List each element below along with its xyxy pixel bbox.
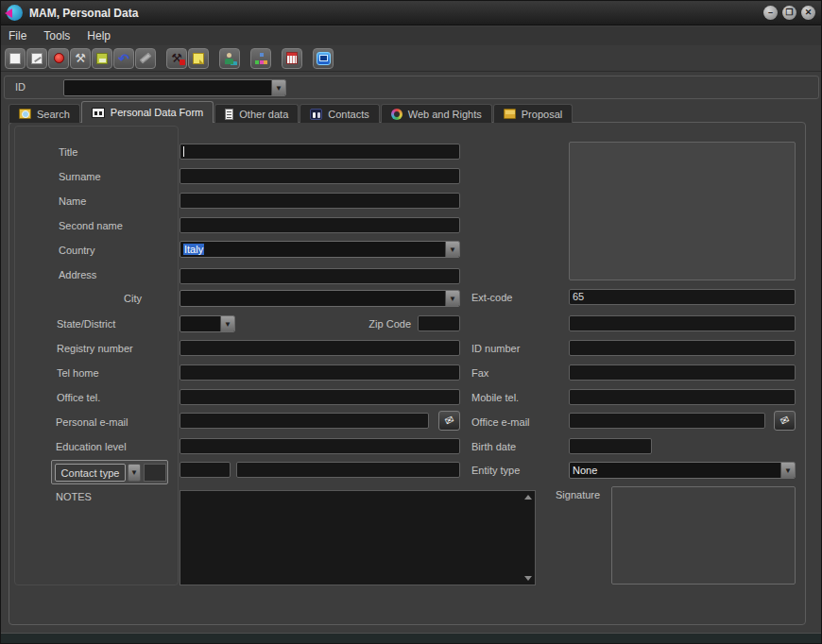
pin-icon xyxy=(54,53,64,63)
ext-code-field[interactable]: 65 xyxy=(569,289,796,305)
tab-contacts[interactable]: Contacts xyxy=(300,104,379,123)
education-level-field[interactable] xyxy=(180,438,460,454)
chevron-down-icon[interactable]: ▼ xyxy=(780,463,795,478)
menu-tools[interactable]: Tools xyxy=(43,29,79,42)
contact-type-long-field[interactable] xyxy=(236,462,460,478)
window-bottom-edge xyxy=(1,633,821,643)
entity-type-value: None xyxy=(570,463,780,478)
signature-box[interactable] xyxy=(611,486,796,585)
name-field[interactable] xyxy=(180,193,460,209)
surname-label: Surname xyxy=(59,171,101,182)
address-label: Address xyxy=(59,269,96,280)
close-button[interactable]: ✕ xyxy=(801,6,815,20)
text-caret xyxy=(183,146,184,157)
contact-type-code-box[interactable] xyxy=(144,464,166,482)
maximize-button[interactable]: ❐ xyxy=(782,6,796,20)
zip-label: Zip Code xyxy=(345,318,411,330)
registry-number-field[interactable] xyxy=(180,340,460,356)
chevron-down-icon[interactable]: ▼ xyxy=(271,80,285,95)
menu-help[interactable]: Help xyxy=(87,29,120,42)
second-name-field[interactable] xyxy=(180,217,460,233)
id-number-field[interactable] xyxy=(569,340,796,356)
tab-proposal[interactable]: Proposal xyxy=(493,104,573,123)
save-button[interactable] xyxy=(92,48,112,69)
page-edit-icon xyxy=(31,53,43,64)
notes-label: NOTES xyxy=(56,491,92,502)
chevron-down-icon[interactable]: ▼ xyxy=(220,316,234,331)
country-label: Country xyxy=(59,245,95,256)
tab-label: Contacts xyxy=(328,109,368,120)
tab-label: Personal Data Form xyxy=(111,107,203,118)
chevron-down-icon[interactable]: ▼ xyxy=(445,242,459,257)
fax-label: Fax xyxy=(471,367,488,379)
office-email-send-button[interactable]: ✉ xyxy=(774,411,796,431)
wrench-icon: ⚒ xyxy=(75,52,86,64)
title-label: Title xyxy=(59,146,77,158)
notes-button[interactable] xyxy=(188,48,209,69)
office-tel-label: Office tel. xyxy=(57,392,100,403)
office-email-field[interactable] xyxy=(569,413,765,429)
locate-button[interactable] xyxy=(48,48,69,69)
tel-home-field[interactable] xyxy=(180,364,460,381)
document-icon xyxy=(225,109,233,120)
personal-email-label: Personal e-mail xyxy=(56,416,128,428)
tab-bar: Search Personal Data Form Other data Con… xyxy=(9,101,574,123)
contacts-icon xyxy=(310,109,322,120)
entity-type-combobox[interactable]: None ▼ xyxy=(569,462,796,479)
contact-type-button[interactable]: Contact type xyxy=(55,464,126,482)
office-tel-field[interactable] xyxy=(180,389,460,405)
user-button[interactable] xyxy=(219,48,240,69)
unlabeled-right-field[interactable] xyxy=(569,315,796,331)
tab-search[interactable]: Search xyxy=(9,104,80,123)
new-record-button[interactable] xyxy=(5,48,26,69)
state-combobox[interactable]: ▼ xyxy=(180,315,235,332)
tab-other-data[interactable]: Other data xyxy=(214,104,299,123)
tab-web-and-rights[interactable]: Web and Rights xyxy=(381,104,492,123)
page-icon xyxy=(9,53,21,64)
calculator-button[interactable] xyxy=(282,48,302,69)
structure-button[interactable] xyxy=(250,48,271,69)
delete-button[interactable]: ⚒ xyxy=(166,48,187,69)
title-bar[interactable]: MAM, Personal Data – ❐ ✕ xyxy=(1,1,821,25)
birth-date-field[interactable] xyxy=(569,438,652,454)
undo-button[interactable]: ↶ xyxy=(113,48,134,69)
state-value xyxy=(180,316,220,331)
id-combobox[interactable]: ▼ xyxy=(63,79,286,96)
chevron-down-icon[interactable]: ▼ xyxy=(445,291,459,306)
country-combobox[interactable]: Italy ▼ xyxy=(180,241,460,258)
tab-personal-data-form[interactable]: Personal Data Form xyxy=(81,101,214,123)
edit-record-button[interactable] xyxy=(26,48,47,69)
title-field[interactable] xyxy=(180,144,460,160)
mobile-tel-field[interactable] xyxy=(569,389,796,405)
planner-button[interactable] xyxy=(313,48,334,69)
photo-box[interactable] xyxy=(569,142,796,280)
chevron-down-icon[interactable]: ▼ xyxy=(128,464,141,482)
envelope-icon: ✉ xyxy=(443,414,456,429)
zip-field[interactable] xyxy=(418,315,460,331)
surname-field[interactable] xyxy=(180,168,460,184)
minimize-button[interactable]: – xyxy=(763,6,778,20)
clear-button[interactable] xyxy=(135,48,156,69)
state-label: State/District xyxy=(57,318,115,330)
city-combobox[interactable]: ▼ xyxy=(180,290,460,307)
notes-textarea[interactable] xyxy=(180,490,536,585)
calculator-icon xyxy=(286,52,298,64)
person-icon xyxy=(224,53,235,64)
scroll-up-icon[interactable] xyxy=(524,495,532,500)
sticky-note-icon xyxy=(193,53,204,64)
education-level-label: Education level xyxy=(56,441,127,452)
menu-bar: File Tools Help xyxy=(1,26,821,45)
personal-email-send-button[interactable]: ✉ xyxy=(438,411,460,431)
city-label: City xyxy=(104,293,142,304)
tools-button[interactable]: ⚒ xyxy=(70,48,91,69)
tel-home-label: Tel home xyxy=(57,367,99,379)
scroll-down-icon[interactable] xyxy=(524,576,532,581)
app-logo-icon xyxy=(7,5,23,21)
mobile-tel-label: Mobile tel. xyxy=(471,392,519,403)
personal-email-field[interactable] xyxy=(180,413,429,429)
search-folder-icon xyxy=(19,109,31,119)
fax-field[interactable] xyxy=(569,364,796,381)
address-field[interactable] xyxy=(180,268,460,284)
contact-type-short-field[interactable] xyxy=(180,462,231,478)
menu-file[interactable]: File xyxy=(9,29,36,42)
